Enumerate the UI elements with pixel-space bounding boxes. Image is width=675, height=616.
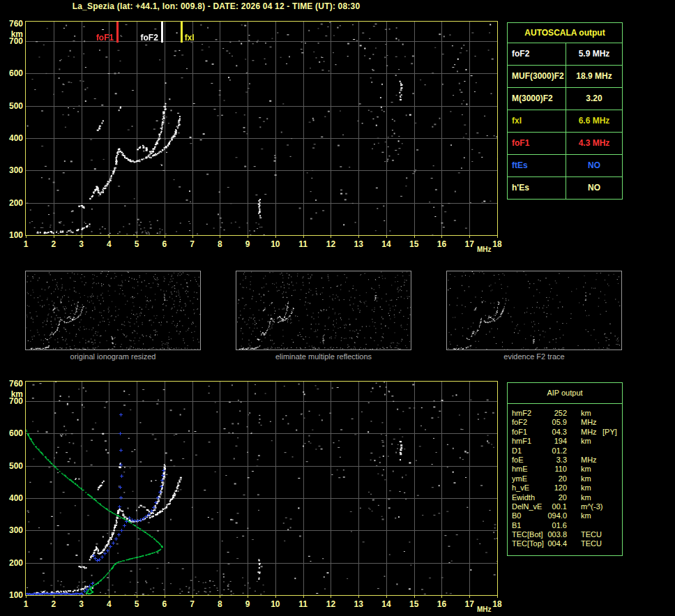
x-axis-tick-label: 2 — [51, 599, 56, 609]
aip-table: AIP output hmF2252kmfoF205.9MHzfoF104.3M… — [507, 382, 623, 556]
thumbnail-canvas — [26, 271, 200, 350]
x-axis-tick-label: 14 — [381, 239, 390, 249]
aip-row-value: 00.1 — [534, 502, 567, 511]
aip-row-value: 01.6 — [534, 521, 567, 529]
aip-row-unit: km — [581, 493, 591, 502]
aip-row-value: 004.4 — [534, 539, 567, 548]
autoscala-row-value: NO — [566, 177, 622, 199]
aip-row-value: 003.8 — [534, 530, 567, 539]
x-axis-tick — [54, 236, 54, 238]
autoscala-row-label: foF1 — [508, 133, 566, 154]
thumbnail-caption: evidence F2 trace — [446, 352, 622, 361]
autoscala-row-value: NO — [566, 155, 622, 176]
aip-row: hmF2252km — [508, 409, 622, 418]
x-axis-tick — [82, 236, 82, 238]
aip-row-unit: km — [581, 437, 591, 445]
x-axis-tick-label: 17 — [465, 239, 474, 249]
x-axis-tick — [165, 596, 165, 598]
x-axis-tick — [248, 236, 248, 238]
autoscala-row-value: 6.6 MHz — [566, 110, 622, 132]
y-axis-unit-label: km — [0, 29, 23, 39]
aip-row-label: D1 — [512, 446, 522, 455]
aip-row-label: B0 — [512, 511, 521, 520]
x-axis-tick-label: 18 — [492, 599, 501, 609]
autoscala-row-fof2: foF2 5.9 MHz — [508, 43, 622, 66]
x-axis-tick — [275, 236, 276, 238]
thumbnail-canvas — [447, 271, 621, 350]
aip-row-label: Ewidth — [512, 493, 535, 502]
x-axis-unit-label: MHz — [477, 606, 492, 613]
aip-row: hmF1194km — [508, 437, 622, 446]
x-axis-tick — [414, 596, 415, 598]
autoscala-row-label: MUF(3000)F2 — [508, 66, 566, 87]
x-axis-tick — [469, 236, 470, 238]
x-axis-tick-label: 1 — [24, 239, 29, 249]
aip-row-unit: km — [581, 483, 591, 492]
aip-row-value: 05.9 — [534, 418, 567, 426]
aip-row-unit: TECU — [581, 530, 602, 539]
x-axis-tick — [358, 236, 359, 238]
y-axis-tick-label: 400 — [0, 493, 23, 503]
x-axis-tick — [386, 236, 387, 238]
y-axis-tick-label: 200 — [0, 198, 23, 208]
aip-row-unit: MHz — [581, 418, 597, 426]
aip-row-unit: km — [581, 465, 591, 473]
ionogram-canvas-profile — [26, 382, 497, 595]
autoscala-row-hes: h'Es NO — [508, 177, 622, 199]
x-axis-tick — [303, 596, 304, 598]
x-axis-tick-label: 9 — [245, 599, 250, 609]
page-title: La_Spezia (lat: +44.1, lon: 009.8) - DAT… — [0, 1, 432, 11]
x-axis-tick-label: 2 — [51, 239, 56, 249]
x-axis-tick — [137, 596, 137, 598]
fof2-marker-label: foF2 — [124, 33, 158, 43]
x-axis-tick-label: 16 — [437, 599, 446, 609]
x-axis-tick — [414, 236, 415, 238]
aip-row: h_vE120km — [508, 483, 622, 493]
x-axis-tick-label: 12 — [326, 599, 335, 609]
aip-row: D101.2 — [508, 446, 622, 456]
autoscala-row-m3000: M(3000)F2 3.20 — [508, 88, 622, 110]
aip-row: Ewidth20km — [508, 493, 622, 502]
y-axis-tick-label: 600 — [0, 428, 23, 438]
x-axis-tick-label: 5 — [135, 239, 139, 249]
aip-row: foE3.3MHz — [508, 456, 622, 465]
aip-row-label: ymE — [512, 474, 527, 483]
aip-row-label: foF1 — [512, 428, 527, 436]
aip-row-unit: km — [581, 511, 591, 520]
autoscala-table: AUTOSCALA output foF2 5.9 MHz MUF(3000)F… — [507, 22, 623, 200]
ionogram-canvas-main — [26, 22, 497, 235]
x-axis-tick-label: 5 — [135, 599, 139, 609]
x-axis-tick — [109, 596, 109, 598]
x-axis-tick-label: 10 — [271, 599, 280, 609]
x-axis-tick — [248, 596, 248, 598]
x-axis-tick — [220, 596, 220, 598]
aip-row: B0094.0km — [508, 511, 622, 520]
aip-row-unit: km — [581, 474, 591, 483]
aip-row-unit: m^(-3) — [581, 502, 602, 511]
autoscala-row-label: fxI — [508, 110, 566, 132]
autoscala-row-value: 3.20 — [566, 88, 622, 110]
y-axis-tick-label: 300 — [0, 525, 23, 535]
x-axis-tick — [54, 596, 54, 598]
x-axis-tick-label: 18 — [492, 239, 501, 249]
aip-row: TEC[Top]004.4TECU — [508, 539, 622, 548]
x-axis-tick-label: 11 — [298, 239, 308, 249]
x-axis-tick — [26, 596, 26, 598]
x-axis-tick-label: 4 — [107, 599, 112, 609]
aip-row-label: hmE — [512, 465, 528, 473]
x-axis-tick-label: 17 — [465, 599, 474, 609]
aip-row-value: 20 — [534, 493, 572, 502]
x-axis-unit-label: MHz — [477, 246, 492, 253]
ionogram-plot-main — [25, 21, 498, 236]
aip-row-value: 194 — [534, 437, 572, 445]
x-axis-tick — [192, 236, 193, 238]
autoscala-row-label: M(3000)F2 — [508, 88, 566, 110]
thumbnail-original-ionogram — [25, 271, 201, 350]
x-axis-tick — [331, 596, 331, 598]
ionogram-plot-profile — [25, 381, 498, 596]
x-axis-tick — [137, 236, 137, 238]
x-axis-tick — [220, 236, 220, 238]
autoscala-row-fxi: fxI 6.6 MHz — [508, 110, 622, 133]
aip-row-unit: TECU — [581, 539, 602, 548]
x-axis-tick — [441, 596, 442, 598]
